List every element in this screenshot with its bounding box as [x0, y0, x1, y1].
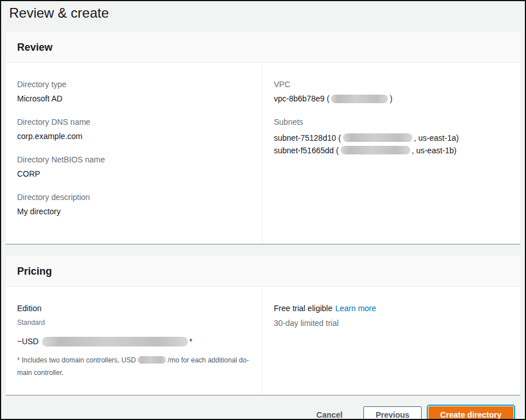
page-title: Review & create	[9, 5, 525, 21]
price-prefix: ~USD	[17, 337, 39, 346]
learn-more-link[interactable]: Learn more	[335, 304, 377, 313]
redacted-value	[137, 356, 166, 364]
subnet-value-suffix: , us-east-1a)	[414, 133, 459, 142]
field-directory-netbios-name: Directory NetBIOS name CORP	[17, 155, 250, 179]
create-directory-button[interactable]: Create directory	[428, 406, 513, 420]
pricing-panel-body: Edition Standard ~USD* * Includes two do…	[6, 287, 520, 395]
directory-type-label: Directory type	[17, 80, 250, 89]
footnote-line2: main controller.	[17, 369, 63, 377]
subnet-row: subnet-f51665dd (, us-east-1b)	[274, 144, 509, 157]
previous-button[interactable]: Previous	[363, 406, 421, 420]
pricing-right-column: Free trial eligibleLearn more 30-day lim…	[262, 287, 520, 395]
pricing-left-column: Edition Standard ~USD* * Includes two do…	[6, 287, 262, 395]
directory-dns-name-value: corp.example.com	[17, 132, 250, 141]
field-directory-dns-name: Directory DNS name corp.example.com	[17, 117, 250, 141]
directory-type-value: Microsoft AD	[17, 94, 250, 104]
directory-description-value: My directory	[17, 207, 250, 217]
free-trial-text: Free trial eligible	[274, 304, 333, 313]
footnote-suffix: /mo for each additional do-	[168, 356, 249, 364]
directory-dns-name-label: Directory DNS name	[17, 117, 250, 127]
free-trial-line: Free trial eligibleLearn more	[274, 304, 509, 313]
price-footnote: * Includes two domain controllers, USD/m…	[17, 354, 250, 379]
review-panel-header: Review	[6, 32, 520, 63]
footnote-prefix: * Includes two domain controllers, USD	[17, 356, 136, 364]
redacted-value	[341, 146, 410, 154]
directory-description-label: Directory description	[17, 193, 250, 202]
subnet-value-prefix: subnet-75128d10 (	[274, 133, 341, 142]
field-edition: Edition Standard	[17, 304, 250, 327]
edition-value: Standard	[17, 319, 250, 327]
pricing-panel-header: Pricing	[6, 256, 520, 287]
vpc-label: VPC	[274, 80, 509, 89]
redacted-value	[343, 133, 412, 142]
field-directory-type: Directory type Microsoft AD	[17, 80, 250, 104]
review-panel-title: Review	[17, 41, 509, 54]
subnet-row: subnet-75128d10 (, us-east-1a)	[274, 132, 509, 144]
edition-label: Edition	[17, 304, 250, 313]
review-right-column: VPC vpc-8b6b78e9 () Subnets subnet-75128…	[262, 63, 520, 244]
directory-netbios-name-label: Directory NetBIOS name	[17, 155, 250, 165]
review-left-column: Directory type Microsoft AD Directory DN…	[6, 63, 262, 244]
pricing-panel: Pricing Edition Standard ~USD* * Include…	[6, 256, 520, 395]
subnet-value-suffix: , us-east-1b)	[412, 146, 457, 155]
vpc-value-suffix: )	[390, 94, 393, 103]
review-panel: Review Directory type Microsoft AD Direc…	[6, 32, 520, 244]
field-directory-description: Directory description My directory	[17, 193, 250, 217]
footer-actions: Cancel Previous Create directory	[10, 406, 516, 420]
cancel-button[interactable]: Cancel	[317, 410, 343, 419]
subnet-value-prefix: subnet-f51665dd (	[274, 146, 339, 155]
redacted-value	[42, 337, 188, 346]
field-vpc: VPC vpc-8b6b78e9 ()	[274, 80, 509, 104]
page-content: Review Directory type Microsoft AD Direc…	[6, 32, 520, 420]
vpc-value-prefix: vpc-8b6b78e9 (	[274, 94, 329, 103]
vpc-value: vpc-8b6b78e9 ()	[274, 94, 509, 104]
subnets-label: Subnets	[274, 117, 509, 127]
redacted-value	[331, 95, 388, 103]
field-subnets: Subnets subnet-75128d10 (, us-east-1a) s…	[274, 117, 509, 157]
pricing-panel-title: Pricing	[17, 265, 509, 278]
trial-detail: 30-day limited trial	[274, 319, 509, 328]
price-asterisk: *	[189, 337, 192, 346]
directory-netbios-name-value: CORP	[17, 169, 250, 179]
review-panel-body: Directory type Microsoft AD Directory DN…	[6, 63, 520, 244]
price-estimate: ~USD*	[17, 337, 250, 346]
